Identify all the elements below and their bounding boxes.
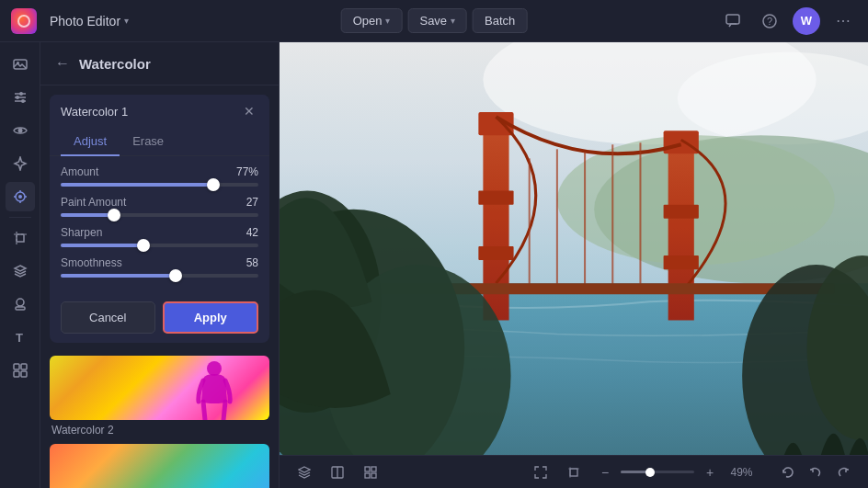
help-icon-button[interactable]: ?: [756, 7, 783, 35]
smoothness-label: Smoothness: [61, 256, 122, 269]
compare-button[interactable]: [326, 460, 349, 484]
text-tool-button[interactable]: T: [6, 323, 35, 352]
sharpen-label: Sharpen: [61, 226, 102, 239]
comment-icon-button[interactable]: [719, 7, 747, 35]
layers-tool-button[interactable]: [6, 256, 35, 286]
svg-text:?: ?: [767, 16, 772, 27]
left-toolbar: T: [0, 42, 40, 488]
canvas-container[interactable]: [280, 42, 868, 455]
svg-point-8: [16, 96, 19, 99]
svg-rect-58: [280, 42, 868, 455]
svg-rect-0: [726, 15, 739, 24]
crop-bottom-button[interactable]: [562, 460, 586, 484]
back-button[interactable]: ←: [53, 53, 72, 74]
paint-amount-value: 27: [246, 196, 258, 209]
preset-watercolor-3[interactable]: Watercolor 3: [50, 444, 269, 488]
amount-track[interactable]: [61, 183, 258, 187]
zoom-out-button[interactable]: −: [595, 462, 615, 482]
smoothness-value: 58: [246, 256, 258, 269]
svg-rect-66: [570, 469, 577, 476]
avatar-button[interactable]: W: [793, 7, 820, 35]
apply-button[interactable]: Apply: [163, 301, 259, 334]
preset-watercolor-2[interactable]: Watercolor 2: [50, 356, 269, 437]
svg-rect-28: [14, 364, 19, 369]
svg-rect-29: [21, 364, 27, 369]
amount-value: 77%: [236, 165, 258, 178]
presets-area: Watercolor 2 Watercolor 3: [40, 352, 279, 488]
svg-rect-62: [365, 467, 370, 471]
paint-amount-slider-row: Paint Amount 27: [61, 196, 258, 217]
redo-button[interactable]: [831, 460, 855, 484]
amount-slider-row: Amount 77%: [61, 165, 258, 187]
svg-point-14: [18, 195, 22, 199]
batch-label: Batch: [485, 14, 515, 28]
action-buttons: Cancel Apply: [50, 296, 269, 343]
topbar: Photo Editor ▾ Open ▾ Save ▾ Batch ? W ⋯: [0, 0, 868, 42]
svg-text:T: T: [16, 331, 23, 345]
preset-watercolor-2-label: Watercolor 2: [50, 424, 269, 437]
close-filter-button[interactable]: ✕: [240, 102, 258, 120]
svg-rect-19: [17, 234, 24, 242]
svg-point-11: [17, 129, 22, 133]
open-chevron-icon: ▾: [385, 16, 390, 26]
zoom-slider[interactable]: [621, 471, 694, 473]
batch-button[interactable]: Batch: [473, 8, 527, 33]
svg-point-10: [21, 99, 25, 103]
stamp-tool-button[interactable]: [6, 289, 35, 319]
undo-button[interactable]: [804, 460, 828, 484]
grid-button[interactable]: [359, 460, 383, 484]
bottom-bar: − + 49%: [280, 455, 868, 488]
eye-tool-button[interactable]: [6, 116, 35, 145]
zoom-in-button[interactable]: +: [700, 462, 720, 482]
magic-tool-button[interactable]: [6, 149, 35, 178]
tab-erase[interactable]: Erase: [120, 128, 177, 156]
crop-tool-button[interactable]: [6, 223, 35, 253]
chevron-down-icon: ▾: [124, 16, 129, 26]
sliders-area: Amount 77% Paint Amount 27: [50, 156, 269, 296]
main-area: T ← Watercolor Watercolor 1 ✕ Adjust Era…: [0, 42, 868, 488]
zoom-value: 49%: [725, 466, 758, 479]
toolbar-divider: [9, 217, 31, 218]
smoothness-slider-row: Smoothness 58: [61, 256, 258, 278]
svg-rect-65: [371, 473, 376, 478]
more-options-button[interactable]: ⋯: [829, 7, 857, 35]
sharpen-value: 42: [246, 226, 258, 239]
cancel-button[interactable]: Cancel: [61, 301, 155, 334]
canvas-area: − + 49%: [280, 42, 868, 488]
effects-tool-button[interactable]: [6, 182, 35, 211]
photo-tool-button[interactable]: [6, 50, 35, 79]
ellipsis-icon: ⋯: [836, 12, 851, 29]
canvas-image: [280, 42, 868, 455]
svg-point-23: [17, 299, 24, 306]
open-button[interactable]: Open ▾: [341, 8, 403, 33]
panel: ← Watercolor Watercolor 1 ✕ Adjust Erase…: [40, 42, 280, 488]
zoom-controls: − + 49%: [595, 462, 758, 482]
svg-rect-24: [16, 307, 25, 310]
history-back-button[interactable]: [776, 460, 800, 484]
template-tool-button[interactable]: [6, 356, 35, 385]
svg-point-6: [19, 92, 23, 96]
sharpen-track[interactable]: [61, 244, 258, 247]
save-button[interactable]: Save ▾: [407, 8, 467, 33]
sharpen-slider-row: Sharpen 42: [61, 226, 258, 247]
svg-point-32: [207, 361, 222, 376]
panel-header: ← Watercolor: [40, 42, 279, 85]
adjust-tool-button[interactable]: [6, 83, 35, 112]
svg-rect-63: [371, 467, 376, 471]
app-logo: [11, 8, 37, 34]
filter-card: Watercolor 1 ✕ Adjust Erase Amount 77%: [50, 95, 269, 343]
svg-marker-12: [15, 157, 26, 170]
smoothness-track[interactable]: [61, 274, 258, 278]
avatar-letter: W: [801, 14, 812, 28]
paint-amount-track[interactable]: [61, 213, 258, 217]
layers-bottom-button[interactable]: [292, 460, 316, 484]
fit-view-button[interactable]: [529, 460, 553, 484]
tab-bar: Adjust Erase: [50, 128, 269, 156]
tab-adjust[interactable]: Adjust: [61, 128, 120, 156]
app-title: Photo Editor: [50, 14, 120, 28]
topbar-right: ? W ⋯: [719, 7, 857, 35]
svg-marker-22: [15, 266, 26, 271]
filter-card-header: Watercolor 1 ✕: [50, 95, 269, 128]
open-label: Open: [353, 14, 383, 28]
app-title-button[interactable]: Photo Editor ▾: [44, 10, 134, 32]
